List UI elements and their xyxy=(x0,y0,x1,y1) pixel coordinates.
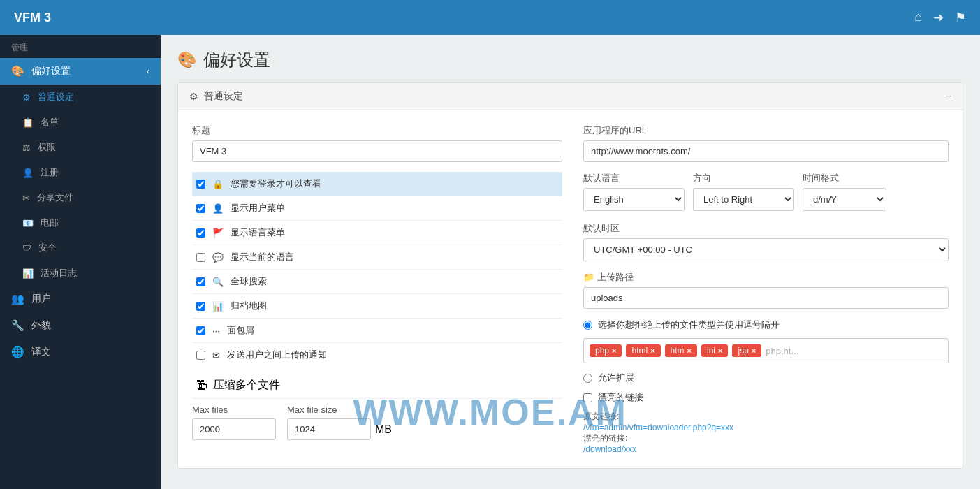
direction-select[interactable]: Left to Right Right to Left xyxy=(693,188,794,211)
app-url-group: 应用程序的URL xyxy=(583,124,949,162)
sidebar: 管理 🎨 偏好设置 ‹ ⚙ 普通设定 📋 名单 ⚖ 权限 👤 注册 ✉ 分享文件… xyxy=(0,35,161,489)
sidebar-item-permissions[interactable]: ⚖ 权限 xyxy=(0,135,161,160)
reject-filetypes-label: 选择你想拒绝上传的文件类型并使用逗号隔开 xyxy=(598,319,780,331)
tag-html-label: html xyxy=(631,346,648,356)
language-select[interactable]: English Chinese Japanese French xyxy=(583,188,685,211)
tag-ini[interactable]: ini × xyxy=(701,344,728,357)
title-input[interactable] xyxy=(192,140,562,162)
home-icon[interactable]: ⌂ xyxy=(914,10,922,25)
tag-jsp-remove[interactable]: × xyxy=(752,346,756,355)
original-link-row: 原文链接: xyxy=(583,411,949,423)
allow-extension-radio[interactable] xyxy=(583,374,592,383)
tag-html-remove[interactable]: × xyxy=(650,346,654,355)
section-collapse-button[interactable]: − xyxy=(945,90,951,103)
tag-htm-remove[interactable]: × xyxy=(687,346,692,355)
flag-icon[interactable]: ⚑ xyxy=(955,10,966,25)
max-files-input[interactable] xyxy=(192,418,276,440)
sidebar-item-users[interactable]: 👥 用户 xyxy=(0,286,161,312)
checkbox-current-lang: 💬 显示当前的语言 xyxy=(192,245,562,270)
section-body: 标题 🔒 您需要登录才可以查看 � xyxy=(178,110,963,468)
language-group: 默认语言 English Chinese Japanese French xyxy=(583,172,685,211)
pretty-links-label: 漂亮的链接 xyxy=(598,391,643,404)
sidebar-sub-label-permissions: 权限 xyxy=(38,141,56,154)
tag-htm[interactable]: htm × xyxy=(665,344,697,357)
compress-icon: 🗜 xyxy=(196,379,207,392)
sidebar-sub-label-activity: 活动日志 xyxy=(41,267,77,279)
size-unit-label: MB xyxy=(375,423,392,436)
tag-php[interactable]: php × xyxy=(590,344,622,357)
sidebar-item-email[interactable]: 📧 电邮 xyxy=(0,210,161,235)
allow-extension-row: 允许扩展 xyxy=(583,372,949,384)
sidebar-item-share[interactable]: ✉ 分享文件 xyxy=(0,185,161,210)
tag-html[interactable]: html × xyxy=(626,344,660,357)
permissions-icon: ⚖ xyxy=(22,143,31,153)
share-icon: ✉ xyxy=(22,193,30,203)
upload-path-input[interactable] xyxy=(583,287,949,309)
max-size-input[interactable] xyxy=(287,418,371,440)
sidebar-label-appearance: 外貌 xyxy=(31,319,51,332)
checkbox-breadcrumb-input[interactable] xyxy=(196,326,205,335)
settings-right: 应用程序的URL 默认语言 English Chinese Japanese xyxy=(583,124,949,454)
email-icon: 📧 xyxy=(22,218,34,228)
sidebar-item-list[interactable]: 📋 名单 xyxy=(0,110,161,135)
sidebar-item-register[interactable]: 👤 注册 xyxy=(0,160,161,185)
pretty-link-label-row: 漂亮的链接: xyxy=(583,432,949,444)
section-header: ⚙ 普通设定 − xyxy=(178,83,963,110)
sidebar-item-general[interactable]: ⚙ 普通设定 xyxy=(0,85,161,110)
reject-filetypes-radio[interactable] xyxy=(583,321,592,330)
time-format-select[interactable]: d/m/Y m/d/Y Y/m/d xyxy=(803,188,886,211)
checkbox-current-lang-label: 显示当前的语言 xyxy=(231,251,294,263)
gear-icon: ⚙ xyxy=(22,92,31,103)
section-title: 普通设定 xyxy=(204,90,243,103)
checkbox-current-lang-input[interactable] xyxy=(196,253,205,262)
pretty-links-checkbox[interactable] xyxy=(583,393,592,402)
sidebar-item-translation[interactable]: 🌐 译文 xyxy=(0,339,161,365)
tag-ini-remove[interactable]: × xyxy=(718,346,722,355)
sidebar-sub-label-share: 分享文件 xyxy=(37,191,73,204)
tag-ini-label: ini xyxy=(707,346,715,356)
appearance-icon: 🔧 xyxy=(11,319,24,332)
checkbox-lang-menu-label: 显示语言菜单 xyxy=(231,226,285,239)
tag-jsp[interactable]: jsp × xyxy=(732,344,761,357)
checkbox-upload-notification-input[interactable] xyxy=(196,351,205,360)
checkbox-lang-menu-input[interactable] xyxy=(196,228,205,238)
timezone-label: 默认时区 xyxy=(583,222,949,235)
max-files-label: Max files xyxy=(192,404,276,415)
tag-php-label: php xyxy=(595,346,609,356)
reject-filetypes-row: 选择你想拒绝上传的文件类型并使用逗号隔开 xyxy=(583,319,949,331)
checkboxes-container: 🔒 您需要登录才可以查看 👤 显示用户菜单 🚩 xyxy=(192,172,562,367)
arrow-right-icon[interactable]: ➜ xyxy=(933,10,944,25)
tags-input[interactable]: php × html × htm × ini × jsp × php,ht... xyxy=(583,338,949,363)
tag-php-remove[interactable]: × xyxy=(612,346,616,355)
app-url-input[interactable] xyxy=(583,140,949,162)
max-size-label: Max file size xyxy=(287,404,392,415)
language-label: 默认语言 xyxy=(583,172,685,184)
sidebar-sub-label-email: 电邮 xyxy=(41,217,59,229)
section-gear-icon: ⚙ xyxy=(189,91,198,102)
sidebar-item-appearance[interactable]: 🔧 外貌 xyxy=(0,312,161,339)
sidebar-item-security[interactable]: 🛡 安全 xyxy=(0,235,161,261)
user-menu-icon: 👤 xyxy=(212,203,224,214)
general-settings-card: ⚙ 普通设定 − 标题 xyxy=(177,82,963,469)
checkbox-login-required-input[interactable] xyxy=(196,180,205,189)
sidebar-item-preferences[interactable]: 🎨 偏好设置 ‹ xyxy=(0,58,161,85)
pretty-link-value: /download/xxx xyxy=(583,444,636,454)
checkbox-sitemap-input[interactable] xyxy=(196,302,205,311)
link-info-section: 原文链接: /vfm=admin/vfm=downloader.php?q=xx… xyxy=(583,411,949,454)
timezone-select[interactable]: UTC/GMT +00:00 - UTC UTC/GMT +08:00 - CS… xyxy=(583,238,949,261)
max-size-group: Max file size MB xyxy=(287,404,392,440)
checkbox-user-menu-input[interactable] xyxy=(196,204,205,213)
direction-label: 方向 xyxy=(693,172,794,184)
original-link-label: 原文链接: xyxy=(583,411,619,421)
settings-left: 标题 🔒 您需要登录才可以查看 � xyxy=(192,124,562,454)
breadcrumb-icon: ··· xyxy=(212,326,220,336)
checkbox-user-menu: 👤 显示用户菜单 xyxy=(192,196,562,221)
sidebar-sub-label-security: 安全 xyxy=(38,242,57,254)
tag-htm-label: htm xyxy=(671,346,685,356)
page-header: 🎨 偏好设置 xyxy=(177,49,963,71)
sidebar-item-activity[interactable]: 📊 活动日志 xyxy=(0,261,161,286)
checkbox-global-search-input[interactable] xyxy=(196,277,205,286)
title-label: 标题 xyxy=(192,124,562,137)
compress-label: 压缩多个文件 xyxy=(213,378,280,393)
section-header-left: ⚙ 普通设定 xyxy=(189,90,243,103)
